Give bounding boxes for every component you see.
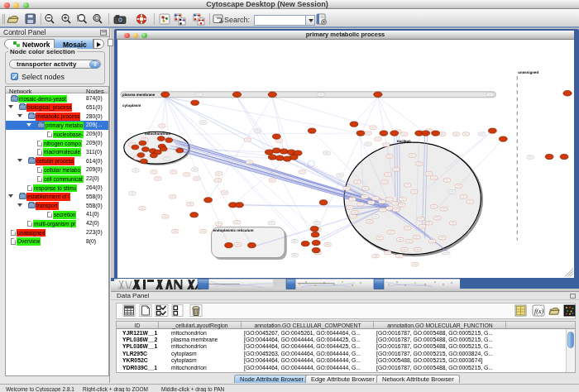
- svg-text:mitochondrion: mitochondrion: [145, 131, 171, 136]
- svg-text:cytoplasm: cytoplasm: [122, 103, 141, 108]
- svg-text:f(x): f(x): [534, 308, 543, 315]
- svg-text:endoplasmic reticulum: endoplasmic reticulum: [213, 228, 254, 232]
- svg-text:plasma membrane: plasma membrane: [122, 93, 156, 97]
- svg-text:unassigned: unassigned: [518, 70, 538, 74]
- svg-text:nucleus: nucleus: [397, 139, 411, 143]
